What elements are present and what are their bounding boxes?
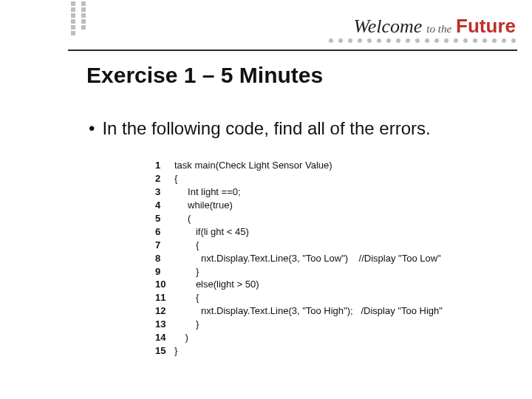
bullet-item: • In the following code, find all of the… (89, 118, 431, 139)
line-number: 4 (155, 199, 171, 212)
line-number: 2 (155, 172, 171, 185)
bullet-marker: • (89, 120, 95, 137)
code-line: nxt.Display.Text.Line(3, "Too High"); /D… (171, 304, 443, 318)
code-line: nxt.Display.Text.Line(3, "Too Low") //Di… (171, 252, 441, 265)
code-line: { (171, 172, 177, 185)
line-number: 13 (155, 318, 171, 331)
code-listing: 1task main(Check Light Sensor Value) 2{ … (155, 159, 443, 358)
code-line: task main(Check Light Sensor Value) (171, 159, 332, 172)
code-line: if(li ght < 45) (171, 225, 249, 239)
slide-header: Welcome to the Future (0, 0, 532, 52)
code-line: } (171, 344, 177, 358)
code-line: while(true) (171, 199, 233, 212)
line-number: 10 (155, 278, 171, 291)
slide-title: Exercise 1 – 5 Minutes (86, 63, 323, 88)
code-line: { (171, 239, 199, 252)
code-line: else(light > 50) (171, 278, 259, 291)
line-number: 1 (155, 159, 171, 172)
code-line: ( (171, 212, 191, 225)
decorative-squares (69, 0, 87, 37)
code-line: } (171, 318, 199, 331)
line-number: 8 (155, 252, 171, 265)
line-number: 15 (155, 344, 171, 358)
header-divider (68, 50, 517, 51)
code-line: } (171, 265, 199, 279)
decorative-dots-top (329, 38, 516, 43)
welcome-word: Welcome (353, 16, 422, 38)
welcome-to: to the (426, 23, 451, 35)
code-line: { (171, 291, 199, 304)
line-number: 9 (155, 265, 171, 279)
line-number: 5 (155, 212, 171, 225)
future-word: Future (456, 15, 516, 38)
line-number: 3 (155, 185, 171, 199)
line-number: 7 (155, 239, 171, 252)
welcome-logo: Welcome to the Future (353, 15, 516, 38)
line-number: 12 (155, 304, 171, 318)
line-number: 6 (155, 225, 171, 239)
code-line: ) (171, 331, 188, 344)
bullet-text: In the following code, find all of the e… (102, 118, 430, 139)
code-line: Int light ==0; (171, 185, 241, 199)
line-number: 14 (155, 331, 171, 344)
line-number: 11 (155, 291, 171, 304)
